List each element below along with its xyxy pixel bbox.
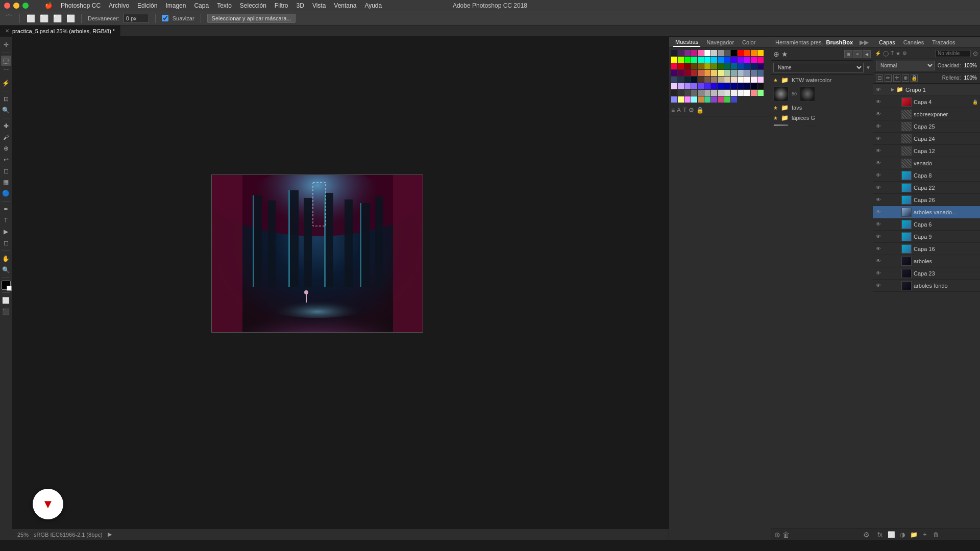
layer-arboles-vanado[interactable]: 👁 arboles vanado...: [873, 206, 980, 218]
add-group-btn[interactable]: 📁: [910, 531, 918, 539]
swatch-82[interactable]: [751, 83, 757, 89]
layer-vis-capa4[interactable]: 👁: [875, 98, 882, 106]
layer-venado[interactable]: 👁 venado: [873, 157, 980, 169]
swatch-44[interactable]: [684, 70, 691, 76]
swatch-56[interactable]: [671, 77, 677, 83]
swatch-83[interactable]: [757, 83, 764, 89]
swatch-101[interactable]: [691, 96, 697, 103]
menu-3d[interactable]: 3D: [292, 1, 308, 10]
brush-group-ktw[interactable]: ★ 📁 KTW watercolor: [771, 75, 873, 85]
menu-app-name[interactable]: Photoshop CC: [57, 1, 105, 10]
tool-move[interactable]: ✛: [1, 40, 11, 50]
layer-capa25[interactable]: 👁 Capa 25: [873, 120, 980, 133]
swatch-52[interactable]: [738, 70, 744, 76]
swatch-31[interactable]: [691, 63, 697, 69]
swatch-45[interactable]: [691, 70, 697, 76]
swatch-104[interactable]: [711, 96, 717, 103]
brush-icon-1[interactable]: ⊕: [773, 50, 779, 58]
filter-icon-1[interactable]: ⚡: [875, 51, 881, 56]
add-adjustment-btn[interactable]: ◑: [898, 531, 906, 539]
swatch-100[interactable]: [684, 96, 691, 103]
layer-vis-venado[interactable]: 👁: [875, 160, 882, 167]
tool-hand[interactable]: ✋: [1, 254, 11, 264]
layer-vis-capa23[interactable]: 👁: [875, 270, 882, 277]
swatch-49[interactable]: [718, 70, 724, 76]
tab-canales[interactable]: Canales: [901, 38, 926, 46]
swatches-icon-2[interactable]: A: [677, 107, 681, 114]
layer-vis-grupo1[interactable]: 👁: [875, 86, 882, 93]
swatch-79[interactable]: [731, 83, 737, 89]
tool-zoom[interactable]: 🔍: [1, 265, 11, 275]
filter-icon-3[interactable]: T: [891, 51, 894, 56]
tool-heal[interactable]: ✚: [1, 121, 11, 131]
swatch-96[interactable]: [751, 90, 757, 96]
menu-filtro[interactable]: Filtro: [271, 1, 292, 10]
swatch-18[interactable]: [698, 57, 704, 63]
brush-list-view[interactable]: ≡: [853, 50, 862, 58]
status-arrow[interactable]: ▶: [108, 531, 112, 538]
menu-imagen[interactable]: Imagen: [161, 1, 190, 10]
swatch-98[interactable]: [671, 96, 677, 103]
layer-vis-capa9[interactable]: 👁: [875, 233, 882, 240]
swatch-6[interactable]: [711, 50, 717, 56]
tab-color[interactable]: Color: [740, 38, 757, 46]
swatch-87[interactable]: [691, 90, 697, 96]
mac-minimize-btn[interactable]: [13, 3, 19, 9]
swatch-48[interactable]: [711, 70, 717, 76]
filter-icon-4[interactable]: ★: [896, 51, 900, 56]
swatch-21[interactable]: [718, 57, 724, 63]
tool-eyedropper[interactable]: 🔍: [1, 105, 11, 115]
canvas-area[interactable]: ▼ 25% sRGB IEC61966-2.1 (8bpc) ▶: [12, 37, 669, 540]
swatch-15[interactable]: [678, 57, 684, 63]
foreground-color[interactable]: [2, 281, 11, 290]
group-arrow-grupo1[interactable]: ▶: [891, 87, 894, 92]
swatch-62[interactable]: [711, 77, 717, 83]
filter-icon-2[interactable]: ◯: [883, 51, 889, 56]
swatch-1[interactable]: [678, 50, 684, 56]
swatch-90[interactable]: [711, 90, 717, 96]
swatch-69[interactable]: [757, 77, 764, 83]
swatch-61[interactable]: [704, 77, 710, 83]
swatch-70[interactable]: [671, 83, 677, 89]
record-button[interactable]: ▼: [33, 489, 63, 519]
swatch-20[interactable]: [711, 57, 717, 63]
brush-star-ktw[interactable]: ★: [773, 78, 778, 83]
lock-paint-btn[interactable]: ✏: [885, 74, 892, 82]
swatch-91[interactable]: [718, 90, 724, 96]
tool-wand[interactable]: ⚡: [1, 78, 11, 88]
swatch-50[interactable]: [724, 70, 730, 76]
swatch-71[interactable]: [678, 83, 684, 89]
mask-button[interactable]: Seleccionar y aplicar máscara...: [207, 14, 296, 23]
tool-path-select[interactable]: ▶: [1, 227, 11, 237]
swatch-86[interactable]: [684, 90, 691, 96]
layer-vis-arboles[interactable]: 👁: [875, 258, 882, 265]
brush-settings-btn[interactable]: ⚙: [863, 531, 870, 539]
swatch-97[interactable]: [757, 90, 764, 96]
brush-icon-2[interactable]: ★: [781, 50, 788, 58]
lock-artboard-btn[interactable]: ⊕: [902, 74, 909, 82]
brushbox-expand-icon[interactable]: ▶▶: [860, 39, 869, 46]
swatch-41[interactable]: [757, 63, 764, 69]
layer-vis-capa22[interactable]: 👁: [875, 184, 882, 191]
swatch-78[interactable]: [724, 83, 730, 89]
swatch-88[interactable]: [698, 90, 704, 96]
layer-vis-capa6[interactable]: 👁: [875, 221, 882, 228]
swatch-64[interactable]: [724, 77, 730, 83]
swatch-67[interactable]: [744, 77, 750, 83]
swatch-11[interactable]: [744, 50, 750, 56]
swatch-53[interactable]: [744, 70, 750, 76]
swatch-3[interactable]: [691, 50, 697, 56]
blend-mode-select[interactable]: Normal Multiply Screen Overlay: [876, 61, 935, 70]
lock-move-btn[interactable]: ✛: [893, 74, 900, 82]
swatch-47[interactable]: [704, 70, 710, 76]
brush-star-lapices[interactable]: ★: [773, 115, 778, 121]
swatch-37[interactable]: [731, 63, 737, 69]
menu-ventana[interactable]: Ventana: [330, 1, 360, 10]
brush-add-btn[interactable]: ⊕: [774, 531, 780, 539]
swatch-77[interactable]: [718, 83, 724, 89]
tool-lasso[interactable]: ⌒: [1, 67, 11, 77]
brush-delete-btn[interactable]: 🗑: [782, 531, 790, 539]
add-mask-btn[interactable]: ⬜: [887, 531, 895, 539]
add-layer-btn[interactable]: +: [921, 531, 929, 539]
tool-clone[interactable]: ⊕: [1, 143, 11, 154]
